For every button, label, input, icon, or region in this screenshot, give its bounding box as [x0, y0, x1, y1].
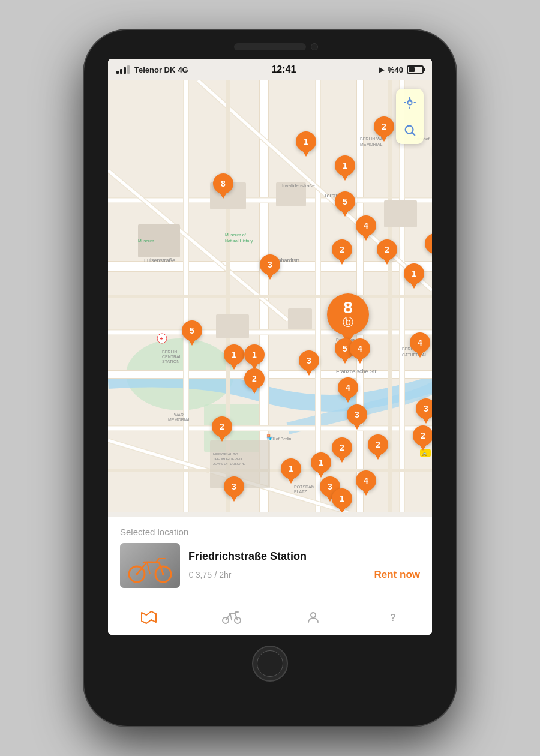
map-pin[interactable]: 2 — [368, 434, 388, 460]
svg-rect-39 — [384, 200, 417, 227]
search-button[interactable] — [396, 116, 424, 144]
map-pin[interactable]: 1 — [224, 344, 244, 370]
signal-bar-1 — [116, 71, 119, 74]
svg-text:PLATZ: PLATZ — [294, 490, 307, 494]
profile-tab-icon — [306, 610, 320, 625]
map-pin[interactable]: 2 — [332, 239, 352, 265]
network-type: 4G — [178, 65, 188, 74]
svg-text:MEMORIAL: MEMORIAL — [360, 142, 382, 146]
station-price: € 3,75 / 2hr — [188, 569, 231, 580]
tab-map[interactable] — [128, 605, 169, 629]
svg-text:Natural History: Natural History — [225, 239, 253, 244]
map-pin[interactable]: 4 — [356, 470, 376, 496]
station-meta: € 3,75 / 2hr Rent now — [188, 569, 420, 581]
svg-text:Französische Str.: Französische Str. — [336, 368, 378, 374]
tab-bar: ? — [108, 599, 432, 635]
location-icon: ▶ — [379, 66, 384, 74]
status-time: 12:41 — [271, 64, 296, 75]
map-pin[interactable]: 2 — [212, 416, 232, 442]
map-pin[interactable]: 1 — [335, 155, 355, 181]
phone-speaker — [234, 43, 306, 50]
map-pin[interactable]: 2 — [374, 116, 394, 142]
map-pin[interactable]: 1 — [296, 131, 316, 157]
map-pin[interactable]: 2 — [425, 233, 432, 259]
svg-text:🚕: 🚕 — [421, 450, 427, 456]
svg-text:Luisenstraße: Luisenstraße — [144, 257, 175, 263]
svg-text:Invalidenstraße: Invalidenstraße — [282, 183, 315, 188]
map-pin[interactable]: 2 — [413, 425, 432, 451]
station-name: Friedrichstraße Station — [188, 550, 420, 563]
station-card: Friedrichstraße Station € 3,75 / 2hr Ren… — [108, 543, 432, 599]
map-pin[interactable]: 3 — [347, 404, 367, 430]
battery-fill — [409, 67, 415, 72]
svg-text:THE MURDERED: THE MURDERED — [213, 457, 242, 461]
map-pin[interactable]: 3 — [224, 476, 244, 502]
rent-now-button[interactable]: Rent now — [374, 569, 421, 581]
map-pin[interactable]: 1 — [281, 458, 301, 484]
svg-text:Museum: Museum — [138, 239, 154, 243]
svg-text:MEMORIAL: MEMORIAL — [168, 418, 190, 422]
map-area[interactable]: Reinhardtstr. Luisenstraße Torstraße Fra… — [108, 80, 432, 512]
svg-rect-38 — [288, 308, 312, 329]
map-pin[interactable]: 4 — [338, 377, 358, 403]
price-duration: / 2hr — [214, 570, 231, 580]
station-info: Friedrichstraße Station € 3,75 / 2hr Ren… — [188, 550, 420, 581]
carrier-name: Telenor DK — [134, 65, 175, 74]
map-pin[interactable]: 1 — [332, 488, 352, 512]
location-button[interactable] — [396, 89, 424, 116]
map-pin[interactable]: 3 — [299, 350, 319, 376]
svg-text:MEMORIAL TO: MEMORIAL TO — [213, 452, 238, 456]
status-left: Telenor DK 4G — [116, 65, 188, 74]
home-button-inner — [257, 650, 283, 677]
tab-profile[interactable] — [294, 605, 332, 629]
svg-text:WAR: WAR — [174, 413, 184, 417]
status-bar: Telenor DK 4G 12:41 ▶ %40 — [108, 59, 432, 80]
map-pin[interactable]: 2 — [332, 437, 352, 463]
tab-bike[interactable] — [210, 605, 253, 629]
signal-bar-2 — [120, 69, 122, 74]
battery-icon — [407, 65, 424, 74]
map-pin[interactable]: 1 — [311, 452, 331, 478]
map-pin[interactable]: 2 — [377, 239, 397, 265]
home-button[interactable] — [252, 646, 288, 682]
svg-line-75 — [412, 133, 415, 135]
map-pin[interactable]: 1 — [244, 344, 265, 370]
station-image — [120, 543, 180, 588]
svg-text:?: ? — [390, 613, 396, 623]
phone-screen: Telenor DK 4G 12:41 ▶ %40 — [108, 59, 432, 635]
svg-text:🏪: 🏪 — [266, 434, 274, 441]
svg-marker-80 — [142, 611, 156, 623]
tab-help[interactable]: ? — [373, 605, 412, 629]
station-image-inner — [120, 543, 180, 588]
map-pin[interactable]: 3 — [416, 398, 432, 424]
svg-text:Museum of: Museum of — [225, 233, 246, 237]
svg-text:+: + — [160, 335, 163, 342]
signal-bar-4 — [127, 65, 130, 74]
map-pin[interactable]: 3 — [260, 254, 280, 280]
phone-frame: Telenor DK 4G 12:41 ▶ %40 — [84, 30, 456, 726]
map-pin[interactable]: 8 ⓑ — [327, 293, 369, 343]
bike-card-image — [126, 551, 174, 584]
map-pin[interactable]: 5 — [182, 320, 202, 346]
selected-location-label: Selected location — [108, 517, 432, 543]
svg-text:BERLIN: BERLIN — [162, 350, 177, 354]
svg-rect-37 — [216, 314, 249, 338]
map-pin[interactable]: 4 — [350, 338, 370, 364]
map-pin[interactable]: 4 — [410, 332, 430, 358]
help-tab-icon: ? — [385, 610, 400, 625]
battery-percent: %40 — [388, 65, 403, 74]
svg-point-83 — [311, 613, 316, 617]
svg-text:STATION: STATION — [162, 359, 179, 364]
map-pin[interactable]: 2 — [244, 368, 265, 394]
signal-bars — [116, 65, 130, 74]
map-pin[interactable]: 5 — [335, 191, 355, 217]
map-pin[interactable]: 4 — [356, 215, 376, 241]
svg-text:JEWS OF EUROPE: JEWS OF EUROPE — [213, 462, 245, 466]
signal-bar-3 — [124, 67, 126, 74]
status-right: ▶ %40 — [379, 65, 424, 74]
svg-text:CENTRAL: CENTRAL — [162, 355, 182, 359]
svg-text:POTSDAM: POTSDAM — [294, 485, 315, 489]
map-tab-icon — [140, 610, 157, 625]
map-pin[interactable]: 1 — [404, 263, 424, 289]
map-pin[interactable]: 8 — [213, 173, 233, 199]
